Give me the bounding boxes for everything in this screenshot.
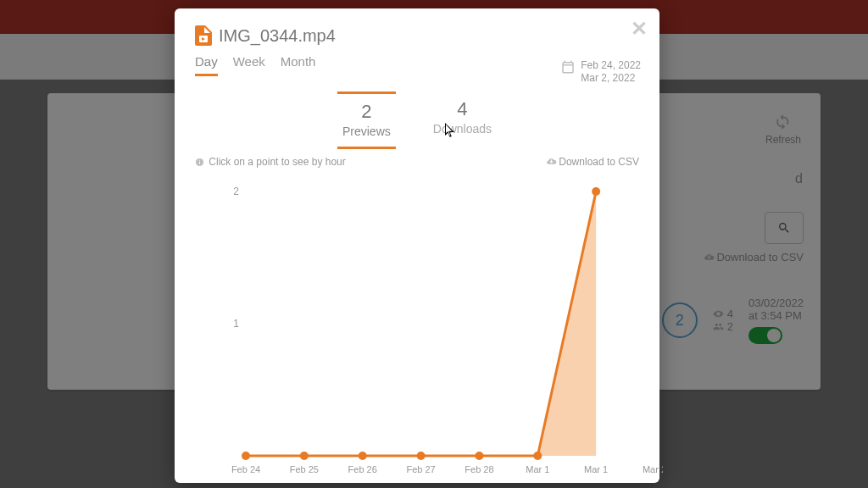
svg-text:Mar 1: Mar 1 [526,464,549,474]
svg-text:Feb 26: Feb 26 [348,464,377,474]
svg-text:Mar 2: Mar 2 [643,464,663,474]
stats-modal: ✕ IMG_0344.mp4 Day Week Month Feb 24, 20… [175,8,659,483]
metric-downloads[interactable]: 4 Downloads [428,92,497,149]
close-button[interactable]: ✕ [631,17,648,41]
cloud-download-icon [546,156,557,167]
svg-text:1: 1 [233,318,239,330]
svg-point-6 [242,452,250,460]
tab-day[interactable]: Day [195,54,218,76]
filename-text: IMG_0344.mp4 [219,26,336,46]
svg-text:Feb 24: Feb 24 [231,464,260,474]
svg-text:Feb 28: Feb 28 [465,464,493,474]
hint-row: Click on a point to see by hour Download… [195,156,639,168]
svg-text:2: 2 [233,186,239,197]
date-range: Feb 24, 2022 Mar 2, 2022 [560,59,641,85]
svg-point-11 [533,452,542,460]
svg-point-7 [300,452,309,460]
download-csv-link[interactable]: Download to CSV [546,156,639,168]
svg-text:Mar 1: Mar 1 [584,464,608,474]
info-icon [195,158,204,167]
tab-week[interactable]: Week [233,54,265,76]
svg-point-12 [592,187,600,196]
svg-text:Feb 25: Feb 25 [290,464,319,474]
svg-point-10 [475,452,483,460]
svg-rect-3 [199,160,200,161]
tab-month[interactable]: Month [281,54,316,76]
svg-text:Feb 27: Feb 27 [406,464,435,474]
video-file-icon [195,25,212,46]
svg-point-9 [417,452,426,460]
metric-previews[interactable]: 2 Previews [337,92,396,149]
metric-tabs: 2 Previews 4 Downloads [195,92,639,149]
svg-point-8 [359,452,367,460]
file-title: IMG_0344.mp4 [195,25,639,46]
chart[interactable]: 12Feb 24Feb 25Feb 26Feb 27Feb 28Mar 1Mar… [212,176,622,481]
date-to: Mar 2, 2022 [581,72,641,85]
svg-rect-2 [199,162,200,164]
date-from: Feb 24, 2022 [581,59,641,72]
calendar-icon [560,59,576,75]
hint-text: Click on a point to see by hour [195,156,346,168]
